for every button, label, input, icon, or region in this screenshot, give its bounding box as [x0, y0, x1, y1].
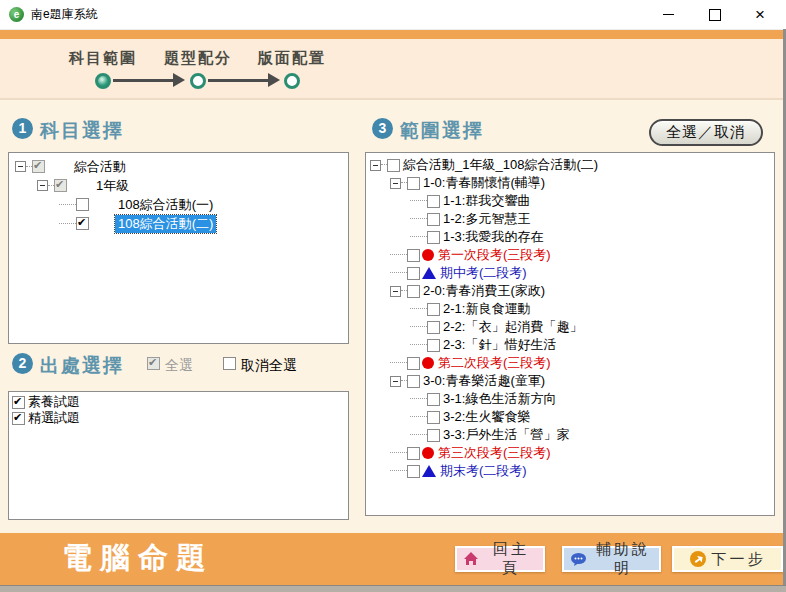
- tree-item[interactable]: 108綜合活動(一): [9, 195, 348, 214]
- maximize-icon: [709, 9, 721, 21]
- checkbox[interactable]: [387, 159, 400, 172]
- tree-item[interactable]: 3-2:生火饗食樂: [366, 408, 774, 426]
- checkbox[interactable]: [407, 249, 420, 262]
- checkbox[interactable]: [427, 195, 440, 208]
- expander-icon[interactable]: [370, 160, 381, 171]
- tree-item[interactable]: 期中考(二段考): [366, 264, 774, 282]
- tree-item[interactable]: 2-2:「衣」起消費「趣」: [366, 318, 774, 336]
- tree-item[interactable]: 1年級: [9, 176, 348, 195]
- checkbox[interactable]: [427, 393, 440, 406]
- help-button[interactable]: 輔助說明: [562, 546, 661, 572]
- tree-connector: [410, 308, 427, 310]
- list-item[interactable]: 素養試題: [9, 394, 348, 410]
- tree-item[interactable]: 1-0:青春關懷情(輔導): [366, 174, 774, 192]
- checkbox[interactable]: [407, 267, 420, 280]
- tree-item[interactable]: 綜合活動: [9, 157, 348, 176]
- section-number-badge: 1: [12, 118, 33, 139]
- tree-item[interactable]: 第三次段考(三段考): [366, 444, 774, 462]
- checkbox[interactable]: [407, 285, 420, 298]
- checkbox[interactable]: [427, 213, 440, 226]
- checkbox[interactable]: [54, 179, 67, 192]
- tree-item-label: 2-3:「針」惜好生活: [440, 336, 559, 354]
- select-all-toggle-button[interactable]: 全選／取消: [649, 119, 763, 146]
- minimize-button[interactable]: [654, 4, 682, 25]
- tree-item[interactable]: 第一次段考(三段考): [366, 246, 774, 264]
- checkbox[interactable]: [76, 198, 89, 211]
- tree-item-label: 1-1:群我交響曲: [440, 192, 533, 210]
- tree-connector: [59, 204, 76, 206]
- tree-item[interactable]: 1-3:我愛我的存在: [366, 228, 774, 246]
- tree-item-label: 第三次段考(三段考): [435, 444, 554, 462]
- next-step-button[interactable]: 下一步: [672, 546, 783, 572]
- footer-bar: 電腦命題 回主頁 輔助說明 下一步: [0, 533, 786, 585]
- checkbox[interactable]: [76, 217, 89, 230]
- tree-item[interactable]: 2-1:新良食運動: [366, 300, 774, 318]
- exam-marker-circle-icon: [422, 357, 434, 369]
- close-icon: ×: [755, 6, 765, 23]
- checkbox[interactable]: [427, 429, 440, 442]
- checkbox[interactable]: [427, 411, 440, 424]
- select-all-checkbox[interactable]: [147, 357, 160, 370]
- tree-connector: [390, 272, 407, 274]
- close-button[interactable]: ×: [746, 4, 774, 25]
- checkbox[interactable]: [32, 160, 45, 173]
- tree-item[interactable]: 108綜合活動(二): [9, 214, 348, 233]
- checkbox[interactable]: [427, 303, 440, 316]
- checkbox[interactable]: [407, 177, 420, 190]
- checkbox[interactable]: [407, 357, 420, 370]
- checkbox[interactable]: [427, 321, 440, 334]
- checkbox[interactable]: [407, 465, 420, 478]
- subject-selection-title: 科目選擇: [40, 118, 124, 144]
- expander-icon[interactable]: [390, 376, 401, 387]
- tree-connector: [410, 326, 427, 328]
- arrow-circle-icon: [690, 551, 706, 567]
- expander-icon[interactable]: [390, 286, 401, 297]
- tree-item-label: 1年級: [93, 177, 132, 195]
- checkbox[interactable]: [427, 231, 440, 244]
- tree-item-label: 108綜合活動(一): [115, 196, 216, 214]
- checkbox[interactable]: [407, 375, 420, 388]
- checkbox[interactable]: [12, 412, 25, 425]
- select-all-label: 全選: [165, 357, 193, 375]
- expander-icon[interactable]: [15, 161, 26, 172]
- title-bar: e 南e題庫系統 ×: [0, 0, 786, 30]
- tree-connector: [410, 218, 427, 220]
- tree-item[interactable]: 第二次段考(三段考): [366, 354, 774, 372]
- expander-icon[interactable]: [390, 178, 401, 189]
- step-circle-active: [95, 73, 111, 89]
- tree-item[interactable]: 2-0:青春消費王(家政): [366, 282, 774, 300]
- next-button-label: 下一步: [712, 550, 766, 569]
- tree-item-label: 期末考(二段考): [437, 462, 530, 480]
- accent-strip: [0, 30, 786, 39]
- tree-connector: [390, 362, 407, 364]
- subject-tree-box: 綜合活動1年級108綜合活動(一)108綜合活動(二): [8, 152, 349, 344]
- help-button-label: 輔助說明: [593, 540, 653, 578]
- tree-item[interactable]: 3-0:青春樂活趣(童軍): [366, 372, 774, 390]
- tree-item[interactable]: 1-2:多元智慧王: [366, 210, 774, 228]
- tree-item[interactable]: 3-3:戶外生活「營」家: [366, 426, 774, 444]
- step-label-layout-config: 版面配置: [227, 49, 357, 68]
- maximize-button[interactable]: [701, 4, 729, 25]
- checkbox[interactable]: [12, 396, 25, 409]
- list-item[interactable]: 精選試題: [9, 410, 348, 426]
- tree-item-label: 3-0:青春樂活趣(童軍): [420, 372, 548, 390]
- tree-connector: [410, 344, 427, 346]
- tree-item[interactable]: 1-1:群我交響曲: [366, 192, 774, 210]
- tree-connector: [410, 416, 427, 418]
- tree-item[interactable]: 3-1:綠色生活新方向: [366, 390, 774, 408]
- tree-item[interactable]: 期末考(二段考): [366, 462, 774, 480]
- tree-connector: [410, 398, 427, 400]
- main-area: 1 科目選擇 綜合活動1年級108綜合活動(一)108綜合活動(二) 2 出處選…: [0, 100, 786, 533]
- tree-item-label: 1-0:青春關懷情(輔導): [420, 174, 548, 192]
- checkbox[interactable]: [407, 447, 420, 460]
- tree-item[interactable]: 2-3:「針」惜好生活: [366, 336, 774, 354]
- speech-bubble-icon: [570, 552, 587, 567]
- home-button[interactable]: 回主頁: [455, 546, 545, 572]
- tree-connector: [59, 223, 76, 225]
- checkbox[interactable]: [427, 339, 440, 352]
- section-number-badge: 2: [12, 353, 33, 374]
- exam-marker-triangle-icon: [422, 267, 436, 279]
- deselect-all-checkbox[interactable]: [223, 357, 236, 370]
- tree-item[interactable]: 綜合活動_1年級_108綜合活動(二): [366, 156, 774, 174]
- expander-icon[interactable]: [37, 180, 48, 191]
